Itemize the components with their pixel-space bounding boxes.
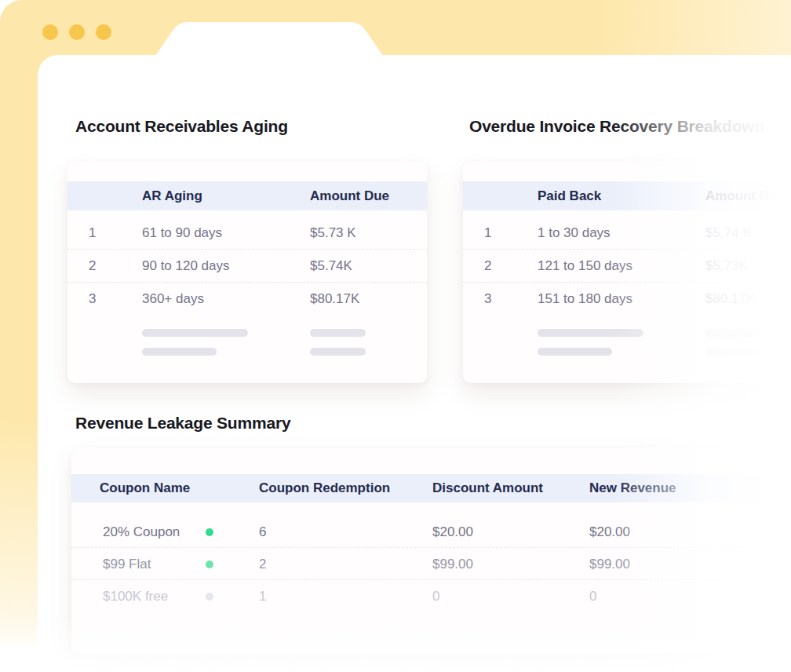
status-dot-icon bbox=[206, 593, 213, 601]
row-index: 3 bbox=[89, 283, 96, 316]
row-label: 121 to 150 days bbox=[538, 250, 632, 283]
coupon-name: $100K free bbox=[103, 580, 168, 612]
section-title-ar-aging: Account Receivables Aging bbox=[75, 117, 288, 136]
table-header-row: AR Aging Amount Due bbox=[67, 181, 427, 210]
section-title-overdue-recovery: Overdue Invoice Recovery Breakdown bbox=[469, 117, 764, 136]
page: Account Receivables Aging Overdue Invoic… bbox=[0, 0, 791, 672]
ar-aging-table-card: AR Aging Amount Due 1 61 to 90 days $5.7… bbox=[67, 161, 427, 383]
discount-amount: $99.00 bbox=[432, 548, 473, 580]
discount-amount: $20.00 bbox=[432, 516, 473, 548]
table-row: 2 121 to 150 days $5,73K bbox=[463, 250, 791, 283]
skeleton-bar bbox=[310, 348, 366, 356]
coupon-redemption: 1 bbox=[259, 580, 266, 612]
row-index: 1 bbox=[484, 217, 491, 250]
skeleton-bar bbox=[705, 348, 761, 356]
skeleton-bar bbox=[142, 348, 217, 356]
row-amount: $80.17K bbox=[705, 283, 755, 316]
row-amount: $5.74K bbox=[310, 250, 352, 283]
row-amount: $5.74 K bbox=[705, 217, 752, 250]
window-control-dot bbox=[69, 24, 85, 40]
table-row: 2 90 to 120 days $5.74K bbox=[67, 250, 427, 283]
row-label: 360+ days bbox=[142, 283, 204, 316]
row-index: 1 bbox=[89, 217, 96, 250]
revenue-leakage-table-card: Coupon Name Coupon Redemption Discount A… bbox=[71, 447, 791, 654]
column-header-ar-aging: AR Aging bbox=[142, 181, 202, 210]
status-dot-icon bbox=[206, 561, 213, 568]
table-row: 20% Coupon 6 $20.00 $20.00 bbox=[71, 516, 791, 548]
table-row: $99 Flat 2 $99.00 $99.00 bbox=[71, 548, 791, 580]
discount-amount: 0 bbox=[432, 580, 439, 612]
table-row: 3 360+ days $80.17K bbox=[67, 283, 427, 316]
coupon-redemption: 6 bbox=[259, 516, 266, 548]
column-header-coupon-redemption: Coupon Redemption bbox=[259, 474, 390, 502]
section-title-revenue-leakage: Revenue Leakage Summary bbox=[75, 414, 290, 433]
row-index: 2 bbox=[89, 250, 96, 283]
new-revenue: $99.00 bbox=[589, 548, 630, 580]
new-revenue: 0 bbox=[589, 580, 596, 612]
column-header-paid-back: Paid Back bbox=[538, 181, 601, 210]
window-controls bbox=[42, 24, 111, 40]
window-control-dot bbox=[96, 24, 111, 40]
row-index: 2 bbox=[484, 250, 491, 283]
coupon-name: 20% Coupon bbox=[103, 516, 180, 548]
row-amount: $80.17K bbox=[310, 283, 359, 316]
table-row: 1 61 to 90 days $5.73 K bbox=[67, 217, 427, 250]
row-index: 3 bbox=[484, 283, 491, 316]
row-label: 151 to 180 days bbox=[538, 283, 632, 316]
row-amount: $5.73 K bbox=[310, 217, 356, 250]
skeleton-bar bbox=[538, 329, 643, 337]
skeleton-bar bbox=[538, 348, 612, 356]
table-row: 3 151 to 180 days $80.17K bbox=[463, 283, 791, 316]
table-row: 1 1 to 30 days $5.74 K bbox=[463, 217, 791, 250]
column-header-amount-due: Amount Due bbox=[310, 181, 389, 210]
table-header-row: Coupon Name Coupon Redemption Discount A… bbox=[71, 474, 791, 502]
column-header-coupon-name: Coupon Name bbox=[100, 474, 190, 502]
row-label: 90 to 120 days bbox=[142, 250, 230, 283]
column-header-new-revenue: New Revenue bbox=[589, 474, 676, 502]
coupon-name: $99 Flat bbox=[103, 548, 151, 580]
skeleton-bar bbox=[705, 329, 761, 337]
row-label: 61 to 90 days bbox=[142, 217, 222, 250]
overdue-recovery-table-card: Paid Back Amount Due 1 1 to 30 days $5.7… bbox=[463, 161, 791, 383]
skeleton-bar bbox=[310, 329, 366, 337]
coupon-redemption: 2 bbox=[259, 548, 266, 580]
status-dot-icon bbox=[206, 528, 213, 536]
new-revenue: $20.00 bbox=[589, 516, 630, 548]
skeleton-bar bbox=[142, 329, 248, 337]
table-row: $100K free 1 0 0 bbox=[71, 580, 791, 612]
column-header-amount-due: Amount Due bbox=[705, 181, 785, 210]
column-header-discount-amount: Discount Amount bbox=[432, 474, 543, 502]
row-amount: $5,73K bbox=[705, 250, 748, 283]
table-header-row: Paid Back Amount Due bbox=[463, 181, 791, 210]
row-label: 1 to 30 days bbox=[538, 217, 611, 250]
window-control-dot bbox=[42, 24, 58, 40]
